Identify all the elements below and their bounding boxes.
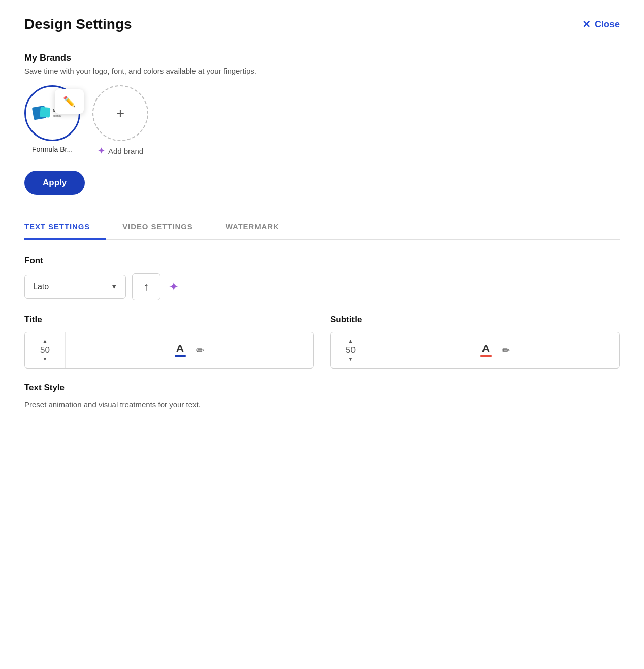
subtitle-size-arrows-down: ▼ [348, 356, 353, 362]
title-size-value: 50 [40, 345, 50, 355]
subtitle-style-controls: A ✏ [371, 343, 619, 357]
brand-item-formula: formula agency ✏️ Formula Br... [24, 85, 80, 153]
add-brand-circle[interactable]: + [92, 85, 148, 141]
font-select-dropdown[interactable]: Lato ▼ [24, 275, 126, 299]
tabs-row: TEXT SETTINGS VIDEO SETTINGS WATERMARK [24, 215, 620, 240]
font-controls-row: Lato ▼ ↑ ✦ [24, 273, 620, 300]
title-size-arrows: ▲ [43, 338, 48, 344]
subtitle-font-a-icon: A [482, 343, 490, 354]
sparkle-ai-icon: ✦ [169, 280, 179, 293]
tab-watermark[interactable]: WATERMARK [226, 215, 296, 240]
title-edit-pencil-button[interactable]: ✏ [196, 344, 205, 356]
subtitle-size-value: 50 [346, 345, 356, 355]
subtitle-size-arrows: ▲ [348, 338, 353, 344]
title-color-underline [175, 355, 186, 357]
title-field-box: ▲ 50 ▼ A ✏ [24, 332, 314, 369]
apply-button[interactable]: Apply [24, 171, 85, 195]
text-style-section: Text Style Preset animation and visual t… [24, 383, 620, 409]
subtitle-field-box: ▲ 50 ▼ A ✏ [330, 332, 620, 369]
subtitle-size-control: ▲ 50 ▼ [331, 332, 371, 368]
tab-text-settings[interactable]: TEXT SETTINGS [24, 215, 106, 240]
close-label: Close [595, 19, 620, 30]
subtitle-label: Subtitle [330, 315, 620, 325]
title-size-control: ▲ 50 ▼ [25, 332, 66, 368]
tabs-section: TEXT SETTINGS VIDEO SETTINGS WATERMARK F… [24, 215, 620, 409]
font-section: Font Lato ▼ ↑ ✦ [24, 256, 620, 300]
title-subtitle-row: Title ▲ 50 ▼ A [24, 315, 620, 369]
formula-brand-label: Formula Br... [32, 145, 73, 153]
title-size-up[interactable]: ▲ [43, 338, 48, 344]
brands-section: My Brands Save time with your logo, font… [24, 53, 620, 211]
brands-row: formula agency ✏️ Formula Br... + ✦ Add … [24, 85, 620, 156]
title-label: Title [24, 315, 314, 325]
edit-popup[interactable]: ✏️ [55, 89, 84, 114]
font-select-value: Lato [33, 282, 49, 291]
svg-text:agency: agency [53, 114, 62, 117]
text-style-label: Text Style [24, 383, 620, 393]
upload-font-button[interactable]: ↑ [132, 273, 160, 300]
title-style-controls: A ✏ [66, 343, 313, 357]
close-button[interactable]: ✕ Close [582, 18, 620, 30]
add-brand-label-row[interactable]: ✦ Add brand [98, 145, 143, 156]
sparkle-icon-add: ✦ [98, 145, 105, 156]
upload-icon: ↑ [144, 280, 149, 293]
add-plus-icon: + [116, 105, 124, 121]
edit-icon: ✏️ [63, 95, 76, 108]
tab-video-settings[interactable]: VIDEO SETTINGS [122, 215, 209, 240]
dropdown-arrow-icon: ▼ [111, 283, 117, 290]
close-icon: ✕ [582, 18, 591, 30]
subtitle-field-group: Subtitle ▲ 50 ▼ A [330, 315, 620, 369]
text-style-description: Preset animation and visual treatments f… [24, 400, 620, 409]
brand-item-add: + ✦ Add brand [92, 85, 148, 156]
font-label: Font [24, 256, 620, 266]
svg-rect-1 [40, 107, 50, 118]
title-font-color-button[interactable]: A [175, 343, 186, 357]
title-field-group: Title ▲ 50 ▼ A [24, 315, 314, 369]
subtitle-color-underline [480, 355, 492, 357]
subtitle-size-down[interactable]: ▼ [348, 356, 353, 362]
title-size-down[interactable]: ▼ [43, 356, 48, 362]
subtitle-font-color-button[interactable]: A [480, 343, 492, 357]
add-brand-text: Add brand [108, 147, 143, 155]
header: Design Settings ✕ Close [24, 16, 620, 32]
page-title: Design Settings [24, 16, 132, 32]
brands-title: My Brands [24, 53, 620, 63]
brands-description: Save time with your logo, font, and colo… [24, 66, 620, 75]
ai-font-button[interactable]: ✦ [167, 278, 181, 296]
title-font-a-icon: A [176, 343, 184, 354]
subtitle-size-up[interactable]: ▲ [348, 338, 353, 344]
title-size-arrows-down: ▼ [43, 356, 48, 362]
subtitle-edit-pencil-button[interactable]: ✏ [502, 344, 510, 356]
